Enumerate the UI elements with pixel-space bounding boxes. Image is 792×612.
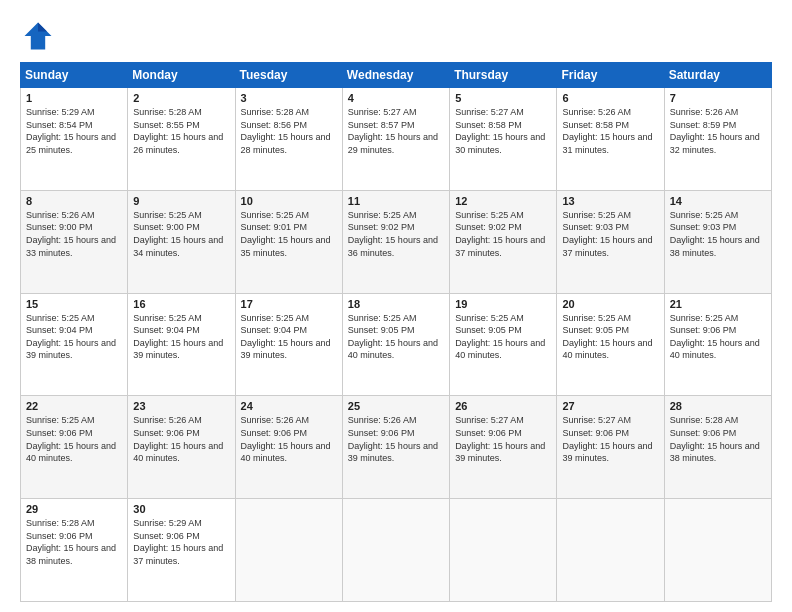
header — [20, 18, 772, 54]
day-number: 30 — [133, 503, 229, 515]
day-number: 29 — [26, 503, 122, 515]
calendar-cell: 7Sunrise: 5:26 AMSunset: 8:59 PMDaylight… — [664, 88, 771, 191]
day-number: 16 — [133, 298, 229, 310]
cell-info: Sunrise: 5:28 AMSunset: 8:55 PMDaylight:… — [133, 107, 223, 155]
header-day-thursday: Thursday — [450, 63, 557, 88]
logo — [20, 18, 62, 54]
day-number: 22 — [26, 400, 122, 412]
day-number: 10 — [241, 195, 337, 207]
cell-info: Sunrise: 5:26 AMSunset: 9:06 PMDaylight:… — [348, 415, 438, 463]
day-number: 20 — [562, 298, 658, 310]
cell-info: Sunrise: 5:25 AMSunset: 9:05 PMDaylight:… — [348, 313, 438, 361]
calendar-cell: 24Sunrise: 5:26 AMSunset: 9:06 PMDayligh… — [235, 396, 342, 499]
calendar-cell — [235, 499, 342, 602]
calendar-cell: 9Sunrise: 5:25 AMSunset: 9:00 PMDaylight… — [128, 190, 235, 293]
calendar-cell: 28Sunrise: 5:28 AMSunset: 9:06 PMDayligh… — [664, 396, 771, 499]
cell-info: Sunrise: 5:26 AMSunset: 9:06 PMDaylight:… — [241, 415, 331, 463]
calendar-cell: 25Sunrise: 5:26 AMSunset: 9:06 PMDayligh… — [342, 396, 449, 499]
calendar-cell: 22Sunrise: 5:25 AMSunset: 9:06 PMDayligh… — [21, 396, 128, 499]
header-day-friday: Friday — [557, 63, 664, 88]
cell-info: Sunrise: 5:29 AMSunset: 9:06 PMDaylight:… — [133, 518, 223, 566]
cell-info: Sunrise: 5:26 AMSunset: 9:00 PMDaylight:… — [26, 210, 116, 258]
day-number: 23 — [133, 400, 229, 412]
day-number: 4 — [348, 92, 444, 104]
cell-info: Sunrise: 5:25 AMSunset: 9:00 PMDaylight:… — [133, 210, 223, 258]
calendar-cell: 18Sunrise: 5:25 AMSunset: 9:05 PMDayligh… — [342, 293, 449, 396]
calendar-cell: 23Sunrise: 5:26 AMSunset: 9:06 PMDayligh… — [128, 396, 235, 499]
day-number: 1 — [26, 92, 122, 104]
cell-info: Sunrise: 5:29 AMSunset: 8:54 PMDaylight:… — [26, 107, 116, 155]
day-number: 15 — [26, 298, 122, 310]
week-row-1: 1Sunrise: 5:29 AMSunset: 8:54 PMDaylight… — [21, 88, 772, 191]
cell-info: Sunrise: 5:25 AMSunset: 9:05 PMDaylight:… — [562, 313, 652, 361]
calendar-cell: 2Sunrise: 5:28 AMSunset: 8:55 PMDaylight… — [128, 88, 235, 191]
day-number: 12 — [455, 195, 551, 207]
cell-info: Sunrise: 5:27 AMSunset: 8:57 PMDaylight:… — [348, 107, 438, 155]
calendar-cell — [450, 499, 557, 602]
day-number: 17 — [241, 298, 337, 310]
calendar-cell: 13Sunrise: 5:25 AMSunset: 9:03 PMDayligh… — [557, 190, 664, 293]
day-number: 26 — [455, 400, 551, 412]
page: SundayMondayTuesdayWednesdayThursdayFrid… — [0, 0, 792, 612]
calendar-cell: 15Sunrise: 5:25 AMSunset: 9:04 PMDayligh… — [21, 293, 128, 396]
cell-info: Sunrise: 5:26 AMSunset: 8:58 PMDaylight:… — [562, 107, 652, 155]
week-row-3: 15Sunrise: 5:25 AMSunset: 9:04 PMDayligh… — [21, 293, 772, 396]
day-number: 19 — [455, 298, 551, 310]
cell-info: Sunrise: 5:25 AMSunset: 9:03 PMDaylight:… — [562, 210, 652, 258]
calendar-cell — [664, 499, 771, 602]
calendar-cell: 20Sunrise: 5:25 AMSunset: 9:05 PMDayligh… — [557, 293, 664, 396]
cell-info: Sunrise: 5:28 AMSunset: 8:56 PMDaylight:… — [241, 107, 331, 155]
calendar-cell: 27Sunrise: 5:27 AMSunset: 9:06 PMDayligh… — [557, 396, 664, 499]
cell-info: Sunrise: 5:25 AMSunset: 9:05 PMDaylight:… — [455, 313, 545, 361]
week-row-2: 8Sunrise: 5:26 AMSunset: 9:00 PMDaylight… — [21, 190, 772, 293]
header-day-sunday: Sunday — [21, 63, 128, 88]
header-row: SundayMondayTuesdayWednesdayThursdayFrid… — [21, 63, 772, 88]
day-number: 24 — [241, 400, 337, 412]
calendar-cell: 6Sunrise: 5:26 AMSunset: 8:58 PMDaylight… — [557, 88, 664, 191]
svg-marker-1 — [38, 23, 47, 32]
week-row-5: 29Sunrise: 5:28 AMSunset: 9:06 PMDayligh… — [21, 499, 772, 602]
day-number: 6 — [562, 92, 658, 104]
cell-info: Sunrise: 5:28 AMSunset: 9:06 PMDaylight:… — [670, 415, 760, 463]
calendar-cell — [342, 499, 449, 602]
cell-info: Sunrise: 5:25 AMSunset: 9:04 PMDaylight:… — [26, 313, 116, 361]
cell-info: Sunrise: 5:27 AMSunset: 9:06 PMDaylight:… — [455, 415, 545, 463]
cell-info: Sunrise: 5:25 AMSunset: 9:06 PMDaylight:… — [26, 415, 116, 463]
calendar-cell: 16Sunrise: 5:25 AMSunset: 9:04 PMDayligh… — [128, 293, 235, 396]
day-number: 13 — [562, 195, 658, 207]
day-number: 8 — [26, 195, 122, 207]
day-number: 27 — [562, 400, 658, 412]
calendar-table: SundayMondayTuesdayWednesdayThursdayFrid… — [20, 62, 772, 602]
day-number: 11 — [348, 195, 444, 207]
day-number: 14 — [670, 195, 766, 207]
calendar-cell: 14Sunrise: 5:25 AMSunset: 9:03 PMDayligh… — [664, 190, 771, 293]
calendar-cell: 30Sunrise: 5:29 AMSunset: 9:06 PMDayligh… — [128, 499, 235, 602]
day-number: 28 — [670, 400, 766, 412]
day-number: 25 — [348, 400, 444, 412]
cell-info: Sunrise: 5:27 AMSunset: 8:58 PMDaylight:… — [455, 107, 545, 155]
day-number: 2 — [133, 92, 229, 104]
cell-info: Sunrise: 5:25 AMSunset: 9:04 PMDaylight:… — [241, 313, 331, 361]
cell-info: Sunrise: 5:25 AMSunset: 9:02 PMDaylight:… — [348, 210, 438, 258]
header-day-tuesday: Tuesday — [235, 63, 342, 88]
cell-info: Sunrise: 5:25 AMSunset: 9:06 PMDaylight:… — [670, 313, 760, 361]
day-number: 7 — [670, 92, 766, 104]
week-row-4: 22Sunrise: 5:25 AMSunset: 9:06 PMDayligh… — [21, 396, 772, 499]
logo-icon — [20, 18, 56, 54]
cell-info: Sunrise: 5:25 AMSunset: 9:02 PMDaylight:… — [455, 210, 545, 258]
cell-info: Sunrise: 5:25 AMSunset: 9:03 PMDaylight:… — [670, 210, 760, 258]
calendar-cell: 1Sunrise: 5:29 AMSunset: 8:54 PMDaylight… — [21, 88, 128, 191]
calendar-cell: 11Sunrise: 5:25 AMSunset: 9:02 PMDayligh… — [342, 190, 449, 293]
cell-info: Sunrise: 5:25 AMSunset: 9:04 PMDaylight:… — [133, 313, 223, 361]
header-day-wednesday: Wednesday — [342, 63, 449, 88]
calendar-cell — [557, 499, 664, 602]
calendar-cell: 17Sunrise: 5:25 AMSunset: 9:04 PMDayligh… — [235, 293, 342, 396]
calendar-cell: 5Sunrise: 5:27 AMSunset: 8:58 PMDaylight… — [450, 88, 557, 191]
calendar-cell: 10Sunrise: 5:25 AMSunset: 9:01 PMDayligh… — [235, 190, 342, 293]
calendar-cell: 8Sunrise: 5:26 AMSunset: 9:00 PMDaylight… — [21, 190, 128, 293]
calendar-cell: 4Sunrise: 5:27 AMSunset: 8:57 PMDaylight… — [342, 88, 449, 191]
calendar-cell: 29Sunrise: 5:28 AMSunset: 9:06 PMDayligh… — [21, 499, 128, 602]
cell-info: Sunrise: 5:27 AMSunset: 9:06 PMDaylight:… — [562, 415, 652, 463]
calendar-cell: 21Sunrise: 5:25 AMSunset: 9:06 PMDayligh… — [664, 293, 771, 396]
calendar-cell: 26Sunrise: 5:27 AMSunset: 9:06 PMDayligh… — [450, 396, 557, 499]
